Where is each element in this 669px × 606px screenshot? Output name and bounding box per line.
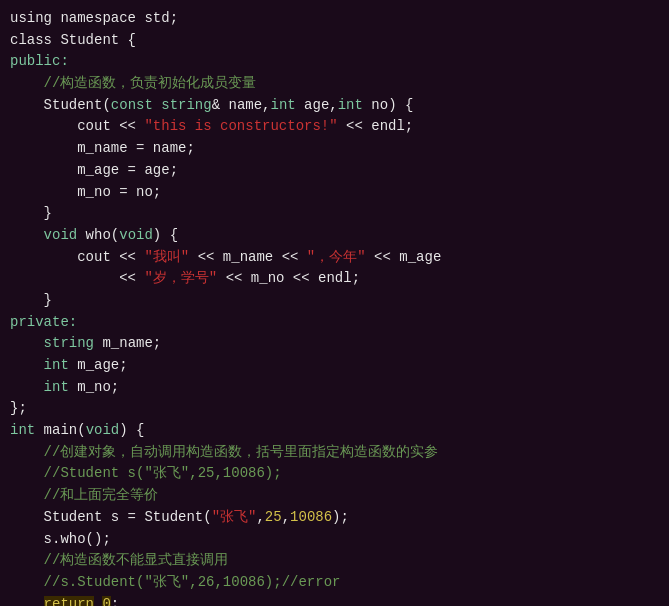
code-token: void — [44, 227, 78, 243]
code-token: //构造函数不能显式直接调用 — [10, 552, 228, 568]
code-token: //构造函数，负责初始化成员变量 — [10, 75, 256, 91]
code-token: << m_age — [366, 249, 442, 265]
code-token: ); — [332, 509, 349, 525]
code-token: Student s = Student( — [10, 509, 212, 525]
code-token: 0 — [102, 596, 110, 606]
code-token — [10, 596, 44, 606]
code-token: "我叫" — [144, 249, 189, 265]
code-line: void who(void) { — [10, 225, 659, 247]
code-token: m_name = name; — [10, 140, 195, 156]
code-token: & name, — [212, 97, 271, 113]
code-token: << m_no << endl; — [217, 270, 360, 286]
code-token: using namespace std; — [10, 10, 178, 26]
code-token: int — [270, 97, 295, 113]
code-line: } — [10, 203, 659, 225]
code-token: ) { — [153, 227, 178, 243]
code-line: m_no = no; — [10, 182, 659, 204]
code-line: Student s = Student("张飞",25,10086); — [10, 507, 659, 529]
code-token: int — [338, 97, 363, 113]
code-token: 10086 — [290, 509, 332, 525]
code-token: void — [119, 227, 153, 243]
code-token: , — [256, 509, 264, 525]
code-line: m_age = age; — [10, 160, 659, 182]
code-token — [10, 227, 44, 243]
code-token: int — [44, 379, 69, 395]
code-token — [10, 357, 44, 373]
code-line: //s.Student("张飞",26,10086);//error — [10, 572, 659, 594]
code-token: m_no; — [69, 379, 119, 395]
code-line: //创建对象，自动调用构造函数，括号里面指定构造函数的实参 — [10, 442, 659, 464]
code-token — [153, 97, 161, 113]
code-line: //构造函数，负责初始化成员变量 — [10, 73, 659, 95]
code-token: string — [161, 97, 211, 113]
code-token: m_age; — [69, 357, 128, 373]
code-line: << "岁，学号" << m_no << endl; — [10, 268, 659, 290]
code-line: m_name = name; — [10, 138, 659, 160]
code-token: s.who(); — [10, 531, 111, 547]
code-token: string — [44, 335, 94, 351]
code-line: string m_name; — [10, 333, 659, 355]
code-line: private: — [10, 312, 659, 334]
code-line: using namespace std; — [10, 8, 659, 30]
code-token: << endl; — [338, 118, 414, 134]
code-token: } — [10, 205, 52, 221]
code-line: } — [10, 290, 659, 312]
code-editor: using namespace std;class Student {publi… — [10, 8, 659, 606]
code-token: int — [10, 422, 35, 438]
code-token: }; — [10, 400, 27, 416]
code-line: //和上面完全等价 — [10, 485, 659, 507]
code-token: return — [44, 596, 94, 606]
code-token: no) { — [363, 97, 413, 113]
code-line: cout << "this is constructors!" << endl; — [10, 116, 659, 138]
code-token: main( — [35, 422, 85, 438]
code-line: public: — [10, 51, 659, 73]
code-token: m_no = no; — [10, 184, 161, 200]
code-token: } — [10, 292, 52, 308]
code-token: "张飞" — [212, 509, 257, 525]
code-line: int m_no; — [10, 377, 659, 399]
code-token: private: — [10, 314, 77, 330]
code-token: //s.Student("张飞",26,10086);//error — [10, 574, 340, 590]
code-token: cout << — [10, 249, 144, 265]
code-token: ) { — [119, 422, 144, 438]
code-line: return 0; — [10, 594, 659, 606]
code-line: //Student s("张飞",25,10086); — [10, 463, 659, 485]
code-token: int — [44, 357, 69, 373]
code-token: Student( — [10, 97, 111, 113]
code-token: "this is constructors!" — [144, 118, 337, 134]
code-token: cout << — [10, 118, 144, 134]
code-token: m_age = age; — [10, 162, 178, 178]
code-line: s.who(); — [10, 529, 659, 551]
code-line: //构造函数不能显式直接调用 — [10, 550, 659, 572]
code-token: "岁，学号" — [144, 270, 217, 286]
code-token: const — [111, 97, 153, 113]
code-token — [10, 379, 44, 395]
code-token: //Student s("张飞",25,10086); — [10, 465, 282, 481]
code-line: cout << "我叫" << m_name << "，今年" << m_age — [10, 247, 659, 269]
code-token — [10, 335, 44, 351]
code-token: void — [86, 422, 120, 438]
code-token: 25 — [265, 509, 282, 525]
code-token: m_name; — [94, 335, 161, 351]
code-line: Student(const string& name,int age,int n… — [10, 95, 659, 117]
code-token: ; — [111, 596, 119, 606]
code-token: public: — [10, 53, 69, 69]
code-token: //和上面完全等价 — [10, 487, 158, 503]
code-line: }; — [10, 398, 659, 420]
code-token: //创建对象，自动调用构造函数，括号里面指定构造函数的实参 — [10, 444, 438, 460]
code-token: << m_name << — [189, 249, 307, 265]
code-token: age, — [296, 97, 338, 113]
code-line: int main(void) { — [10, 420, 659, 442]
code-token: "，今年" — [307, 249, 366, 265]
code-token: class Student { — [10, 32, 136, 48]
code-token: << — [10, 270, 144, 286]
code-line: class Student { — [10, 30, 659, 52]
code-line: int m_age; — [10, 355, 659, 377]
code-token: , — [282, 509, 290, 525]
code-token: who( — [77, 227, 119, 243]
